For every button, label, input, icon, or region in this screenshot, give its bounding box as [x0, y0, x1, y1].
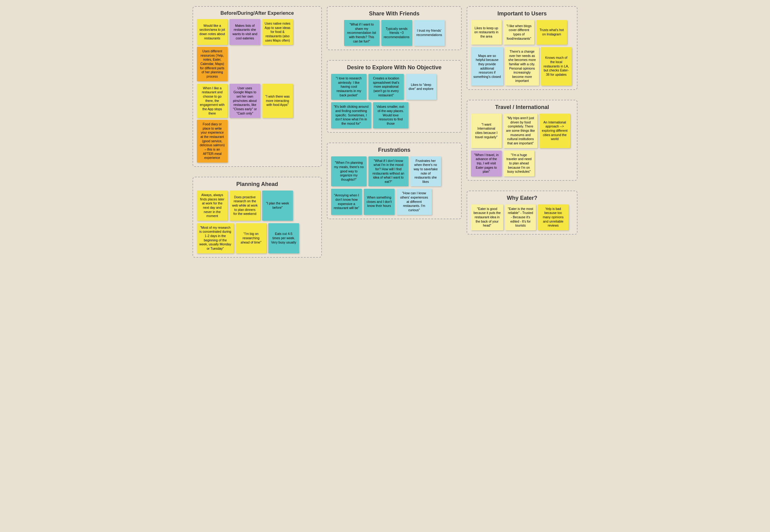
sticky-note: "I plan the week before" [262, 191, 293, 221]
sticky-note: Yelp is bad because too many opinions an… [538, 204, 569, 230]
share-stickies: "What if I want to share my recommendati… [331, 20, 458, 46]
important-row1: Likes to keep up on restaurants in the a… [471, 20, 573, 45]
sticky-note: "When I'm planning my meals, there's no … [331, 156, 366, 187]
travel-row2: "When I travel, in advance of the trip, … [471, 151, 573, 176]
sticky-note: Does proactive research on the web while… [229, 191, 260, 221]
sticky-note: "My trips aren't just driven by food com… [504, 114, 538, 148]
sticky-note: When I like a restaurant and choose to g… [197, 84, 228, 118]
sticky-note: Values smaller, out-of-the-way places. W… [373, 102, 409, 128]
before-row1: Would like a section/area to jot down no… [197, 19, 317, 81]
frustrations-row1: "When I'm planning my meals, there's no … [331, 156, 458, 187]
sticky-note: There's a change over her needs as she b… [505, 47, 539, 86]
sticky-note: Frustrates her when there's no way to sa… [410, 156, 441, 187]
desire-explore-title: Desire to Explore With No Objective [331, 64, 458, 71]
why-eater-section: Why Eater? "Eater is good because it put… [467, 191, 578, 235]
sticky-note: "I want International cities because I t… [471, 114, 502, 148]
sticky-note: "I'm a huge traveler and need to plan ah… [504, 151, 534, 176]
sticky-note: "I wish there was more interacting with … [262, 84, 293, 118]
sticky-note: Likes to keep up on restaurants in the a… [471, 20, 502, 45]
explore-row2: "It's both clicking around and finding s… [331, 102, 458, 128]
sticky-note: "Most of my research is concentrated dur… [197, 223, 234, 253]
why-eater-title: Why Eater? [471, 195, 573, 201]
sticky-note: Food diary or place to write your experi… [197, 120, 228, 163]
sticky-note: "What if I don't know what I'm in the mo… [368, 156, 409, 187]
middle-column: Share With Friends "What if I want to sh… [327, 6, 462, 263]
important-row2: Maps are so helpful because they provide… [471, 47, 573, 86]
sticky-note: Makes lists of restaurants she wants to … [229, 19, 260, 45]
before-during-after-title: Before/During/After Experience [197, 10, 317, 16]
travel-section: Travel / International "I want Internati… [467, 100, 578, 181]
sticky-note: Likes to "deep dive" and explore [406, 74, 437, 100]
frustrations-title: Frustrations [331, 147, 458, 153]
sticky-note: "Eater is good because it puts the resta… [471, 204, 503, 230]
planning-ahead-section: Planning Ahead Always, always finds plac… [192, 177, 322, 258]
sticky-note: I trust my friends' recommendations [414, 20, 445, 46]
sticky-note: Typically sends friends ~3 recommendatio… [381, 20, 412, 46]
main-page: Before/During/After Experience Would lik… [192, 6, 578, 263]
important-users-section: Important to Users Likes to keep up on r… [467, 6, 578, 90]
sticky-note: "How can I know others' experiences at d… [397, 189, 432, 215]
sticky-note: Uses native notes App to save ideas for … [262, 19, 293, 45]
sticky-note: Trusts what's hot on Instagram [536, 20, 567, 45]
important-users-title: Important to Users [471, 10, 573, 17]
sticky-note: Always, always finds places later at wor… [197, 191, 228, 221]
before-row2: When I like a restaurant and choose to g… [197, 84, 317, 163]
planning-ahead-title: Planning Ahead [197, 181, 317, 187]
sticky-note: Maps are so helpful because they provide… [471, 47, 503, 86]
sticky-note: Creates a location spreadsheet that's mo… [368, 74, 404, 100]
sticky-note: "I like when blogs cover different types… [504, 20, 534, 45]
sticky-note: "When I travel, in advance of the trip, … [471, 151, 502, 176]
share-friends-title: Share With Friends [331, 10, 458, 17]
sticky-note: "It's both clicking around and finding s… [331, 102, 371, 128]
sticky-note: "What if I want to share my recommendati… [344, 20, 379, 46]
planning-row1: Always, always finds places later at wor… [197, 191, 317, 221]
sticky-note: "I'm big on researching ahead of time" [236, 223, 266, 253]
share-with-friends-section: Share With Friends "What if I want to sh… [327, 6, 462, 50]
sticky-note: "I love to research aimlessly. I like ha… [331, 74, 366, 100]
frustrations-row2: "Annoying when I don't know how expensiv… [331, 189, 458, 215]
left-column: Before/During/After Experience Would lik… [192, 6, 322, 263]
why-eater-stickies: "Eater is good because it puts the resta… [471, 204, 573, 230]
frustrations-section: Frustrations "When I'm planning my meals… [327, 143, 462, 219]
sticky-note: Uses different resources (Yelp, notes, E… [197, 47, 228, 81]
sticky-note: When something closes and I don't know t… [364, 189, 395, 215]
travel-title: Travel / International [471, 104, 573, 111]
planning-row2: "Most of my research is concentrated dur… [197, 223, 317, 253]
sticky-note: Would like a section/area to jot down no… [197, 19, 228, 45]
right-column: Important to Users Likes to keep up on r… [467, 6, 578, 263]
explore-row1: "I love to research aimlessly. I like ha… [331, 74, 458, 100]
travel-row1: "I want International cities because I t… [471, 114, 573, 148]
sticky-note: "Eater is the most reliable" - Trusted -… [505, 204, 536, 230]
sticky-note: User uses Google Maps to set her own pin… [229, 84, 260, 118]
sticky-note: Knows much of the local restaurants in L… [541, 47, 572, 86]
desire-explore-section: Desire to Explore With No Objective "I l… [327, 60, 462, 132]
sticky-note: An International approach --> exploring … [539, 114, 570, 148]
sticky-note: "Annoying when I don't know how expensiv… [331, 189, 362, 215]
before-during-after-section: Before/During/After Experience Would lik… [192, 6, 322, 167]
sticky-note: Eats out 4-5 times per week. Very busy u… [268, 223, 299, 253]
